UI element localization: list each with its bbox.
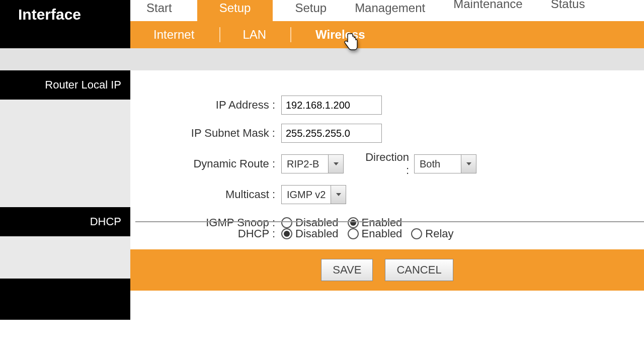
radio-igmp-snoop-disabled[interactable] <box>281 217 292 228</box>
sidebar-gap-2 <box>0 236 130 279</box>
tab-setup[interactable]: Setup <box>197 0 273 21</box>
tab-management[interactable]: Management <box>341 0 439 21</box>
section-dhcp: DHCP <box>0 207 130 236</box>
select-direction-value: Both <box>415 155 461 173</box>
radio-dhcp-disabled[interactable] <box>281 228 292 239</box>
tab-status[interactable]: Status <box>537 0 599 17</box>
select-direction[interactable]: Both <box>414 154 476 173</box>
chevron-down-icon[interactable] <box>331 186 346 204</box>
brand-title: Interface <box>18 6 81 23</box>
chevron-down-icon[interactable] <box>328 155 343 173</box>
sidebar-black-bottom <box>0 279 130 320</box>
input-subnet-mask[interactable] <box>281 124 382 143</box>
radio-igmp-snoop-enabled[interactable] <box>348 217 359 228</box>
sidebar-gray-strip <box>0 48 130 70</box>
tab-maintenance[interactable]: Maintenance <box>439 0 536 17</box>
footer: SAVE CANCEL <box>130 249 644 291</box>
section-router-local-ip-label: Router Local IP <box>45 78 121 92</box>
chevron-down-icon[interactable] <box>461 155 476 173</box>
radio-dhcp-enabled[interactable] <box>348 228 359 239</box>
brand-header: Interface <box>0 0 130 48</box>
select-dynamic-route-value: RIP2-B <box>282 155 328 173</box>
top-tabs: Start Setup Setup Management Maintenance… <box>130 0 644 21</box>
radio-dhcp-relay[interactable] <box>411 228 422 239</box>
label-ip-address: IP Address : <box>140 99 281 112</box>
form-router-local-ip: IP Address : IP Subnet Mask : Dynamic Ro… <box>130 70 644 207</box>
subtab-wireless[interactable]: Wireless <box>291 21 380 48</box>
label-subnet-mask: IP Subnet Mask : <box>140 127 281 140</box>
label-direction: Direction : <box>364 151 414 177</box>
label-dynamic-route: Dynamic Route : <box>140 157 281 170</box>
label-multicast: Multicast : <box>140 188 281 201</box>
subtab-lan[interactable]: LAN <box>220 21 290 48</box>
tab-start[interactable]: Start <box>130 0 194 21</box>
section-dhcp-label: DHCP <box>90 215 121 228</box>
select-multicast[interactable]: IGMP v2 <box>281 185 346 204</box>
radio-dhcp-enabled-label: Enabled <box>362 227 403 240</box>
tab-setup-2[interactable]: Setup <box>273 0 341 21</box>
main-gray-strip <box>130 48 644 70</box>
select-multicast-value: IGMP v2 <box>282 186 331 204</box>
input-ip-address[interactable] <box>281 96 382 115</box>
sidebar-gap-1 <box>0 100 130 207</box>
label-dhcp: DHCP : <box>140 227 281 240</box>
select-dynamic-route[interactable]: RIP2-B <box>281 154 344 173</box>
save-button[interactable]: SAVE <box>321 259 373 281</box>
cancel-button[interactable]: CANCEL <box>385 259 453 281</box>
radio-dhcp-relay-label: Relay <box>425 227 453 240</box>
section-router-local-ip: Router Local IP <box>0 70 130 100</box>
subtab-internet[interactable]: Internet <box>130 21 219 48</box>
radio-dhcp-disabled-label: Disabled <box>295 227 339 240</box>
form-dhcp: DHCP : Disabled Enabled Relay <box>130 207 644 249</box>
sub-tabs: Internet LAN Wireless <box>130 21 644 48</box>
